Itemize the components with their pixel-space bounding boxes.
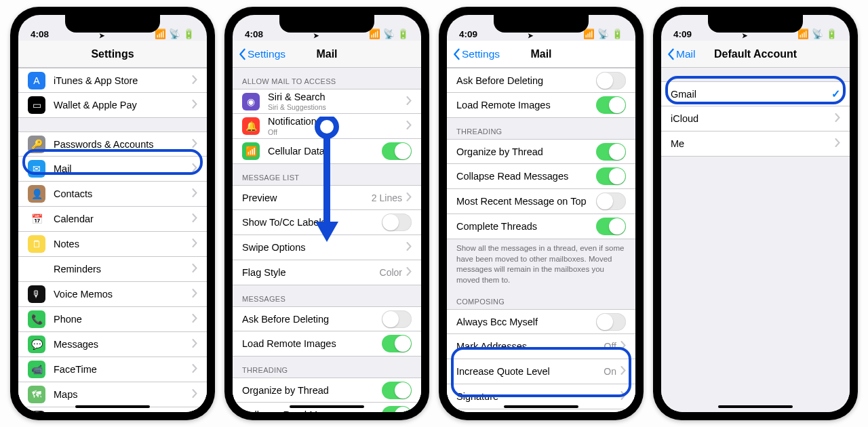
toggle-switch[interactable] (382, 310, 412, 328)
toggle-switch[interactable] (596, 218, 626, 235)
cell-label: Notes (54, 239, 188, 249)
settings-list[interactable]: AiTunes & App Store▭Wallet & Apple Pay🔑P… (18, 68, 207, 412)
cell-label: Load Remote Images (242, 338, 382, 349)
toggle-switch[interactable] (596, 167, 626, 185)
cell-label: Increase Quote Level (456, 366, 604, 377)
cell-label: iTunes & App Store (54, 75, 188, 86)
settings-cell[interactable]: 🔑Passwords & Accounts (18, 131, 207, 157)
settings-cell[interactable]: 💬Messages (18, 332, 207, 357)
toggle-switch[interactable] (382, 406, 412, 412)
chevron-right-icon (188, 312, 197, 326)
notch (279, 15, 374, 33)
app-icon: 💬 (28, 336, 45, 353)
settings-cell[interactable]: Me (661, 131, 850, 157)
toggle-switch[interactable] (596, 192, 626, 210)
settings-cell[interactable]: Preview2 Lines (233, 185, 421, 210)
settings-cell[interactable]: Organize by Thread (447, 139, 635, 164)
cell-label: Calendar (54, 214, 188, 224)
detail-text: On (604, 366, 616, 377)
group-header: ALLOW MAIL TO ACCESS (233, 68, 421, 89)
settings-cell[interactable]: Collapse Read Messages (447, 164, 635, 189)
cell-label: Passwords & Accounts (54, 139, 188, 150)
settings-cell[interactable]: Ask Before Deleting (233, 306, 421, 331)
settings-cell[interactable]: 🔔NotificationsOff (233, 114, 421, 139)
settings-cell[interactable]: 🧭Compass (18, 407, 207, 412)
settings-cell[interactable]: ◉Siri & SearchSiri & Suggestions (233, 89, 421, 114)
status-right: 📶 📡 🔋 (797, 28, 837, 39)
phone-4: 4:09➤ 📶 📡 🔋 Mail Default Account Gmail✓i… (653, 7, 858, 420)
toggle-switch[interactable] (596, 72, 626, 89)
toggle-switch[interactable] (382, 382, 412, 399)
chevron-right-icon (188, 363, 197, 376)
settings-cell[interactable]: Organize by Thread (233, 378, 421, 403)
chevron-right-icon (188, 74, 197, 87)
default-account-list[interactable]: Gmail✓iCloudMe (661, 68, 850, 412)
cell-label: Organize by Thread (242, 385, 382, 396)
mail-settings-list[interactable]: ALLOW MAIL TO ACCESS◉Siri & SearchSiri &… (233, 68, 421, 412)
settings-cell[interactable]: ✉Mail (18, 157, 207, 182)
settings-cell[interactable]: Load Remote Images (447, 93, 635, 118)
settings-cell[interactable]: AiTunes & App Store (18, 68, 207, 93)
cell-label: Ask Before Deleting (242, 314, 382, 325)
toggle-switch[interactable] (382, 335, 412, 352)
chevron-right-icon (402, 266, 412, 279)
chevron-right-icon (402, 119, 412, 133)
settings-cell[interactable]: 🗺Maps (18, 382, 207, 407)
settings-cell[interactable]: Gmail✓ (661, 81, 850, 106)
settings-cell[interactable]: ☑Reminders (18, 257, 207, 282)
settings-cell[interactable]: Complete Threads (447, 214, 635, 239)
cell-sublabel: Siri & Suggestions (268, 103, 402, 111)
status-time: 4:09 (459, 29, 477, 39)
back-button[interactable]: Mail (667, 48, 695, 60)
app-icon: 🗒 (28, 235, 45, 253)
settings-cell[interactable]: Swipe Options (233, 235, 421, 260)
nav-title: Mail (530, 48, 551, 60)
notch (708, 15, 803, 33)
cell-label: Contacts (54, 188, 188, 199)
settings-cell[interactable]: 📅Calendar (18, 207, 207, 232)
app-icon: ✉ (28, 160, 45, 178)
settings-cell[interactable]: 🗒Notes (18, 232, 207, 257)
settings-cell[interactable]: Most Recent Message on Top (447, 189, 635, 214)
settings-cell[interactable]: Always Bcc Myself (447, 309, 635, 334)
chevron-right-icon (616, 390, 626, 403)
settings-cell[interactable]: ▭Wallet & Apple Pay (18, 93, 207, 118)
toggle-switch[interactable] (596, 143, 626, 161)
cell-label: Voice Memos (54, 289, 188, 300)
app-icon: 📅 (28, 210, 45, 228)
status-time: 4:09 (673, 29, 692, 39)
back-button[interactable]: Settings (452, 48, 500, 60)
cell-label: Collapse Read Messages (242, 409, 382, 412)
cell-label: Organize by Thread (456, 146, 596, 157)
toggle-switch[interactable] (382, 142, 412, 160)
settings-cell[interactable]: 📞Phone (18, 307, 207, 332)
back-button[interactable]: Settings (238, 48, 285, 60)
chevron-right-icon (188, 338, 197, 351)
settings-cell[interactable]: iCloud (661, 106, 850, 131)
cell-label: Most Recent Message on Top (456, 196, 596, 207)
settings-cell[interactable]: Mark AddressesOff (447, 334, 635, 359)
detail-text: Off (604, 341, 616, 352)
status-time: 4:08 (245, 29, 263, 39)
settings-cell[interactable]: 📹FaceTime (18, 357, 207, 382)
settings-cell[interactable]: Default AccountiCloud (447, 409, 635, 412)
group-header: COMPOSING (447, 288, 635, 309)
settings-cell[interactable]: Show To/Cc Labels (233, 210, 421, 235)
settings-cell[interactable]: 📶Cellular Data (233, 139, 421, 164)
mail-settings-list-2[interactable]: Ask Before DeletingLoad Remote ImagesTHR… (447, 68, 635, 412)
settings-cell[interactable]: Increase Quote LevelOn (447, 359, 635, 384)
settings-cell[interactable]: Flag StyleColor (233, 260, 421, 285)
settings-cell[interactable]: 🎙Voice Memos (18, 282, 207, 307)
notch (65, 15, 160, 33)
app-icon: 🧭 (28, 411, 45, 412)
toggle-switch[interactable] (382, 214, 412, 231)
notch (494, 15, 589, 33)
toggle-switch[interactable] (596, 313, 626, 331)
app-icon: 👤 (28, 185, 45, 203)
cell-label: Wallet & Apple Pay (54, 100, 188, 110)
home-indicator (718, 405, 793, 408)
settings-cell[interactable]: Ask Before Deleting (447, 68, 635, 93)
settings-cell[interactable]: Load Remote Images (233, 331, 421, 357)
settings-cell[interactable]: 👤Contacts (18, 182, 207, 207)
toggle-switch[interactable] (596, 96, 626, 114)
